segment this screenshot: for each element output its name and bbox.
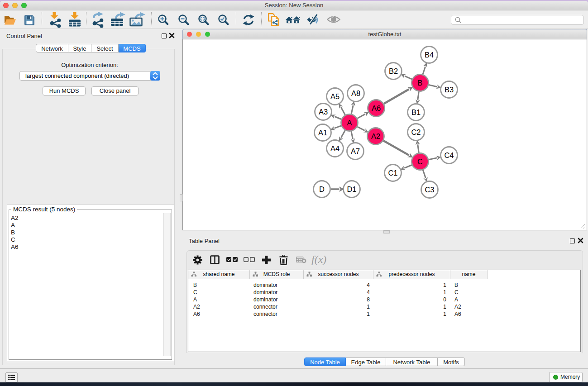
- svg-text:C1: C1: [388, 169, 397, 177]
- svg-text:B: B: [417, 79, 422, 87]
- svg-text:A3: A3: [319, 108, 328, 116]
- svg-text:B1: B1: [411, 108, 421, 116]
- svg-text:A7: A7: [351, 147, 360, 155]
- svg-text:B3: B3: [445, 86, 454, 94]
- svg-text:B2: B2: [389, 67, 398, 75]
- svg-text:C3: C3: [425, 186, 434, 194]
- svg-text:A: A: [347, 119, 352, 127]
- svg-text:A5: A5: [330, 92, 339, 100]
- svg-text:A8: A8: [351, 89, 360, 97]
- svg-text:A4: A4: [330, 144, 339, 152]
- svg-text:C: C: [417, 157, 423, 166]
- svg-text:A2: A2: [371, 132, 380, 140]
- svg-text:C2: C2: [411, 128, 421, 136]
- svg-text:D: D: [319, 185, 325, 193]
- svg-text:B4: B4: [425, 51, 434, 59]
- svg-text:C4: C4: [444, 151, 454, 159]
- svg-text:A1: A1: [318, 129, 327, 137]
- svg-text:D1: D1: [347, 185, 356, 193]
- svg-text:A6: A6: [372, 104, 381, 112]
